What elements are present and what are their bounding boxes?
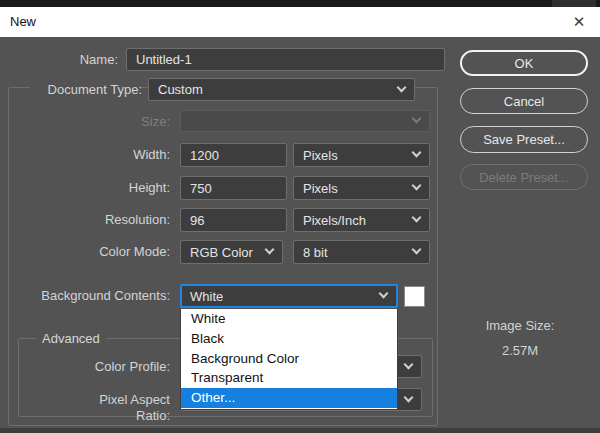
color-profile-label: Color Profile: <box>80 359 170 375</box>
pixel-aspect-ratio-label: Pixel Aspect Ratio: <box>60 392 170 408</box>
height-unit-dropdown[interactable]: Pixels <box>293 176 430 200</box>
dropdown-option-transparent[interactable]: Transparent <box>181 368 397 388</box>
color-mode-value: RGB Color <box>190 245 253 260</box>
dropdown-option-background-color[interactable]: Background Color <box>181 349 397 369</box>
background-color-swatch[interactable] <box>404 286 425 307</box>
chevron-down-icon <box>412 181 422 191</box>
document-type-dropdown[interactable]: Custom <box>148 78 415 101</box>
resolution-unit-dropdown[interactable]: Pixels/Inch <box>293 208 430 232</box>
width-unit-value: Pixels <box>303 148 338 163</box>
width-unit-dropdown[interactable]: Pixels <box>293 143 430 167</box>
dropdown-option-black[interactable]: Black <box>181 329 397 349</box>
window-top-edge <box>0 0 600 7</box>
chevron-down-icon <box>412 245 422 255</box>
height-unit-value: Pixels <box>303 181 338 196</box>
advanced-section-label: Advanced <box>36 331 106 346</box>
color-mode-label: Color Mode: <box>70 244 170 260</box>
bit-depth-value: 8 bit <box>303 245 328 260</box>
color-mode-dropdown[interactable]: RGB Color <box>180 240 283 264</box>
close-icon[interactable]: ✕ <box>568 11 590 33</box>
height-input[interactable] <box>180 176 287 200</box>
width-label: Width: <box>100 147 170 163</box>
width-input[interactable] <box>180 143 287 167</box>
dropdown-option-white[interactable]: White <box>181 309 397 329</box>
background-contents-dropdown[interactable]: White <box>180 284 398 308</box>
window-bottom-edge <box>0 428 600 433</box>
chevron-down-icon <box>397 82 407 92</box>
chevron-down-icon <box>404 392 414 402</box>
window-top-edge-segment <box>552 0 596 7</box>
image-size-value: 2.57M <box>455 343 585 358</box>
height-label: Height: <box>100 180 170 196</box>
chevron-down-icon <box>265 245 275 255</box>
chevron-down-icon <box>412 213 422 223</box>
dialog-title: New <box>10 14 36 30</box>
bit-depth-dropdown[interactable]: 8 bit <box>293 240 430 264</box>
size-dropdown <box>180 110 430 132</box>
new-document-dialog: New ✕ Advanced Name: Document Type: Cust… <box>0 0 600 433</box>
resolution-label: Resolution: <box>80 212 170 228</box>
resolution-unit-value: Pixels/Inch <box>303 213 366 228</box>
dropdown-option-other[interactable]: Other... <box>181 388 397 408</box>
chevron-down-icon <box>379 289 389 299</box>
chevron-down-icon <box>412 114 422 124</box>
save-preset-button[interactable]: Save Preset... <box>460 126 588 153</box>
image-size-label: Image Size: <box>455 318 585 333</box>
chevron-down-icon <box>412 148 422 158</box>
document-type-label: Document Type: <box>30 82 142 98</box>
document-type-value: Custom <box>158 82 203 97</box>
size-label: Size: <box>110 114 170 130</box>
ok-button[interactable]: OK <box>460 50 588 76</box>
name-label: Name: <box>58 52 118 68</box>
chevron-down-icon <box>404 359 414 369</box>
cancel-button[interactable]: Cancel <box>460 88 588 114</box>
title-bar[interactable]: New ✕ <box>0 7 600 37</box>
resolution-input[interactable] <box>180 208 287 232</box>
name-input[interactable] <box>126 48 445 71</box>
background-contents-label: Background Contents: <box>28 288 170 304</box>
background-contents-options-list: White Black Background Color Transparent… <box>180 309 398 410</box>
delete-preset-button: Delete Preset... <box>460 164 588 190</box>
background-contents-value: White <box>190 289 223 304</box>
